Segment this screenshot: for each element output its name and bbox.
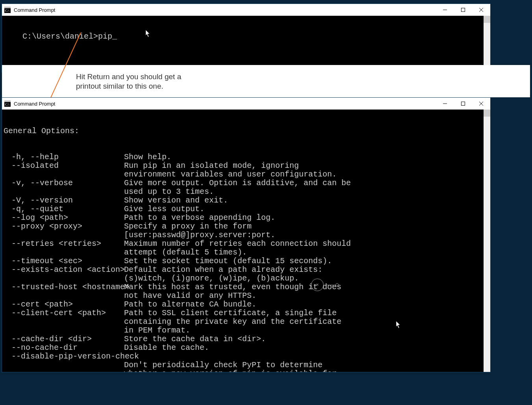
titlebar-top[interactable]: C:\ Command Prompt <box>2 4 490 16</box>
option-row: -V, --versionShow version and exit. <box>4 196 490 205</box>
option-description: (s)witch, (i)gnore, (w)ipe, (b)ackup. <box>124 274 299 283</box>
option-row: --cert <path>Path to alternate CA bundle… <box>4 300 490 309</box>
scrollbar-top[interactable] <box>484 16 490 72</box>
option-row: whether a new version of pip is availabl… <box>4 370 490 372</box>
terminal-bottom[interactable]: General Options: -h, --helpShow help.--i… <box>2 110 490 372</box>
svg-rect-4 <box>462 8 465 12</box>
instruction-line-2: printout similar to this one. <box>76 82 530 91</box>
option-description: used up to 3 times. <box>124 188 214 196</box>
option-row: [user:passwd@]proxy.server:port. <box>4 231 490 240</box>
option-description: Maximum number of retries each connectio… <box>116 240 351 248</box>
option-row: -v, --verboseGive more output. Option is… <box>4 179 490 188</box>
cmd-icon: C:\ <box>4 7 11 13</box>
annotation-bubble[interactable]: × <box>311 279 339 291</box>
option-description: Store the cache data in <dir>. <box>116 335 266 344</box>
option-description: Path to a verbose appending log. <box>116 214 275 222</box>
window-title-top: Command Prompt <box>14 7 55 13</box>
option-flag: --no-cache-dir <box>4 344 116 352</box>
prompt-top: C:\Users\daniel> <box>22 32 98 41</box>
option-description: in PEM format. <box>124 326 190 335</box>
option-row: (s)witch, (i)gnore, (w)ipe, (b)ackup. <box>4 274 490 283</box>
option-description <box>116 352 124 361</box>
minimize-button[interactable] <box>436 4 454 16</box>
option-description: Path to alternate CA bundle. <box>116 300 256 309</box>
option-row: Don't periodically check PyPI to determi… <box>4 361 490 370</box>
minimize-button[interactable] <box>436 98 454 110</box>
option-flag: --disable-pip-version-check <box>4 352 116 361</box>
close-button[interactable] <box>472 4 490 16</box>
cmd-window-bottom: C:\ Command Prompt General Options: -h, … <box>2 98 490 372</box>
option-row: -h, --helpShow help. <box>4 153 490 162</box>
option-row: attempt (default 5 times). <box>4 248 490 257</box>
option-row: not have valid or any HTTPS. <box>4 292 490 300</box>
option-description: not have valid or any HTTPS. <box>124 292 256 300</box>
option-flag: --cert <path> <box>4 300 116 309</box>
option-row: -q, --quietGive less output. <box>4 205 490 214</box>
option-description: whether a new version of pip is availabl… <box>124 370 337 372</box>
instruction-line-1: Hit Return and you should get a <box>76 72 530 82</box>
option-flag: -q, --quiet <box>4 205 116 214</box>
option-description: environment variables and user configura… <box>124 170 337 179</box>
option-row: --proxy <proxy>Specify a proxy in the fo… <box>4 222 490 231</box>
close-button[interactable] <box>472 98 490 110</box>
cmd-icon: C:\ <box>4 100 11 107</box>
option-row: --timeout <sec>Set the socket timeout (d… <box>4 257 490 266</box>
option-flag: --timeout <sec> <box>4 257 116 266</box>
option-description: Default action when a path already exist… <box>116 266 323 274</box>
option-description: Set the socket timeout (default 15 secon… <box>116 257 332 266</box>
option-row: --exists-action <action>Default action w… <box>4 266 490 274</box>
text-cursor: _ <box>112 32 117 41</box>
option-description: Show version and exit. <box>116 196 228 205</box>
svg-rect-9 <box>4 100 11 102</box>
option-description: Path to SSL client certificate, a single… <box>116 309 337 318</box>
annotation-close-icon[interactable]: × <box>311 279 324 291</box>
option-flag: --cache-dir <dir> <box>4 335 116 344</box>
option-row: --isolatedRun pip in an isolated mode, i… <box>4 162 490 170</box>
option-row: --disable-pip-version-check <box>4 352 490 361</box>
option-description: Disable the cache. <box>116 344 209 352</box>
scrollbar-thumb-bottom[interactable] <box>484 110 490 117</box>
option-flag: --retries <retries> <box>4 240 116 248</box>
option-flag: --isolated <box>4 162 116 170</box>
option-row: --client-cert <path>Path to SSL client c… <box>4 309 490 318</box>
option-row: --retries <retries>Maximum number of ret… <box>4 240 490 248</box>
titlebar-bottom[interactable]: C:\ Command Prompt <box>2 98 490 110</box>
svg-text:C:\: C:\ <box>5 9 10 13</box>
option-flag: -h, --help <box>4 153 116 162</box>
annotation-stem <box>324 285 336 285</box>
option-description: Mark this host as trusted, even though i… <box>116 283 341 292</box>
option-description: Give less output. <box>116 205 204 214</box>
option-flag: --client-cert <path> <box>4 309 116 318</box>
option-row: environment variables and user configura… <box>4 170 490 179</box>
svg-rect-12 <box>462 102 465 106</box>
option-flag: -V, --version <box>4 196 116 205</box>
option-flag: --log <path> <box>4 214 116 222</box>
scrollbar-thumb-top[interactable] <box>484 16 490 23</box>
option-flag: --exists-action <action> <box>4 266 116 274</box>
scrollbar-bottom[interactable] <box>484 110 490 372</box>
command-top: pip <box>98 32 112 41</box>
options-list: -h, --helpShow help.--isolatedRun pip in… <box>4 153 490 372</box>
option-description: [user:passwd@]proxy.server:port. <box>124 231 275 240</box>
option-description: attempt (default 5 times). <box>124 248 247 257</box>
option-description: Specify a proxy in the form <box>116 222 252 231</box>
option-row: --no-cache-dirDisable the cache. <box>4 344 490 352</box>
option-description: Show help. <box>116 153 171 162</box>
option-row: --log <path>Path to a verbose appending … <box>4 214 490 222</box>
option-flag: --proxy <proxy> <box>4 222 116 231</box>
option-row: containing the private key and the certi… <box>4 318 490 326</box>
option-flag: -v, --verbose <box>4 179 116 188</box>
option-row: used up to 3 times. <box>4 188 490 196</box>
annotation-endpoint <box>336 283 339 286</box>
maximize-button[interactable] <box>454 4 472 16</box>
option-row: --trusted-host <hostname>Mark this host … <box>4 283 490 292</box>
cmd-window-top: C:\ Command Prompt C:\Users\daniel>pip_ <box>2 4 490 72</box>
option-description: containing the private key and the certi… <box>124 318 341 326</box>
maximize-button[interactable] <box>454 98 472 110</box>
option-row: in PEM format. <box>4 326 490 335</box>
option-description: Don't periodically check PyPI to determi… <box>124 361 323 370</box>
terminal-top[interactable]: C:\Users\daniel>pip_ <box>2 16 490 72</box>
window-title-bottom: Command Prompt <box>14 101 55 107</box>
option-description: Run pip in an isolated mode, ignoring <box>116 162 299 170</box>
instruction-text: Hit Return and you should get a printout… <box>2 65 530 97</box>
